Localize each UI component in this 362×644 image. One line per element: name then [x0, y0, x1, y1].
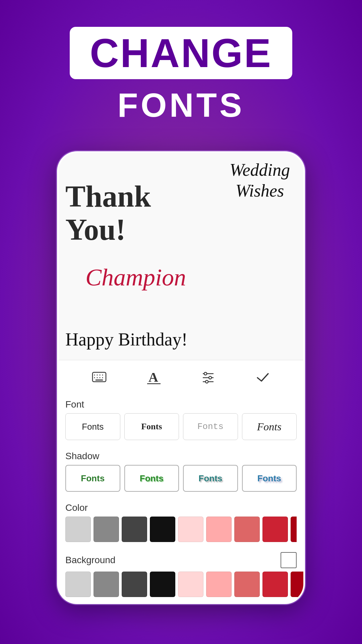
change-text: CHANGE — [90, 33, 272, 73]
color-swatch-8[interactable] — [291, 517, 297, 542]
font-option-1-label: Fonts — [82, 422, 104, 432]
color-swatch-0[interactable] — [65, 517, 91, 542]
fonts-header-text: FONTS — [118, 86, 245, 124]
header: CHANGE FONTS — [70, 27, 292, 124]
font-icon-button[interactable]: A — [144, 367, 164, 387]
bg-swatch-4[interactable] — [178, 572, 203, 597]
shadow-option-3[interactable]: Fonts — [183, 465, 238, 492]
shadow-option-4[interactable]: Fonts — [242, 465, 297, 492]
keyboard-icon-button[interactable] — [89, 367, 109, 387]
bg-swatch-1[interactable] — [94, 572, 119, 597]
svg-point-17 — [205, 380, 208, 383]
svg-point-15 — [209, 376, 212, 379]
font-option-3[interactable]: Fonts — [183, 413, 238, 440]
color-swatch-6[interactable] — [234, 517, 260, 542]
font-option-4[interactable]: Fonts — [242, 413, 297, 440]
sliders-icon-button[interactable] — [198, 367, 218, 387]
font-option-3-label: Fonts — [197, 422, 224, 432]
bg-swatch-8[interactable] — [291, 572, 305, 597]
font-option-1[interactable]: Fonts — [65, 413, 120, 440]
background-section-label: Background — [65, 555, 115, 566]
color-swatch-4[interactable] — [178, 517, 203, 542]
font-options-row: Fonts Fonts Fonts Fonts — [65, 413, 297, 440]
change-box: CHANGE — [70, 27, 292, 79]
bg-swatch-6[interactable] — [234, 572, 260, 597]
background-panel: Background — [59, 547, 303, 602]
canvas-area[interactable]: Wedding Wishes Thank You! Champion Happy… — [59, 153, 303, 360]
font-option-4-label: Fonts — [257, 421, 282, 433]
font-option-2[interactable]: Fonts — [124, 413, 179, 440]
shadow-panel: Shadow Fonts Fonts Fonts Fonts — [59, 445, 303, 497]
bg-swatches-row — [65, 572, 297, 597]
font-panel: Font Fonts Fonts Fonts Fonts — [59, 394, 303, 445]
color-swatch-1[interactable] — [94, 517, 119, 542]
shadow-option-2[interactable]: Fonts — [124, 465, 179, 492]
font-option-2-label: Fonts — [141, 422, 162, 432]
bg-swatch-2[interactable] — [122, 572, 147, 597]
svg-point-13 — [204, 372, 207, 375]
shadow-section-label: Shadow — [65, 445, 297, 465]
text-thankyou: Thank You! — [65, 180, 151, 246]
shadow-option-4-label: Fonts — [257, 473, 281, 484]
svg-text:A: A — [148, 370, 158, 385]
shadow-options-row: Fonts Fonts Fonts Fonts — [65, 465, 297, 492]
bg-swatch-5[interactable] — [206, 572, 232, 597]
color-panel: Color — [59, 497, 303, 547]
color-swatch-7[interactable] — [262, 517, 288, 542]
color-swatch-2[interactable] — [122, 517, 147, 542]
check-icon-button[interactable] — [253, 367, 273, 387]
text-champion: Champion — [85, 264, 186, 291]
color-swatch-5[interactable] — [206, 517, 232, 542]
phone-frame: Wedding Wishes Thank You! Champion Happy… — [57, 151, 305, 604]
color-section-label: Color — [65, 497, 297, 517]
bg-swatch-7[interactable] — [262, 572, 288, 597]
shadow-option-2-label: Fonts — [140, 473, 164, 484]
shadow-option-1-label: Fonts — [81, 473, 105, 484]
background-checkbox[interactable] — [281, 552, 297, 568]
shadow-option-3-label: Fonts — [198, 473, 222, 484]
bg-swatch-3[interactable] — [150, 572, 175, 597]
bg-swatch-0[interactable] — [65, 572, 91, 597]
color-swatch-3[interactable] — [150, 517, 175, 542]
font-section-label: Font — [65, 394, 297, 413]
color-swatches-row — [65, 517, 297, 542]
text-happy-birthday: Happy Birthday! — [65, 329, 187, 350]
toolbar: A — [59, 360, 303, 394]
shadow-option-1[interactable]: Fonts — [65, 465, 120, 492]
bg-section-header: Background — [65, 547, 297, 572]
text-wedding-wishes: Wedding Wishes — [230, 160, 290, 202]
